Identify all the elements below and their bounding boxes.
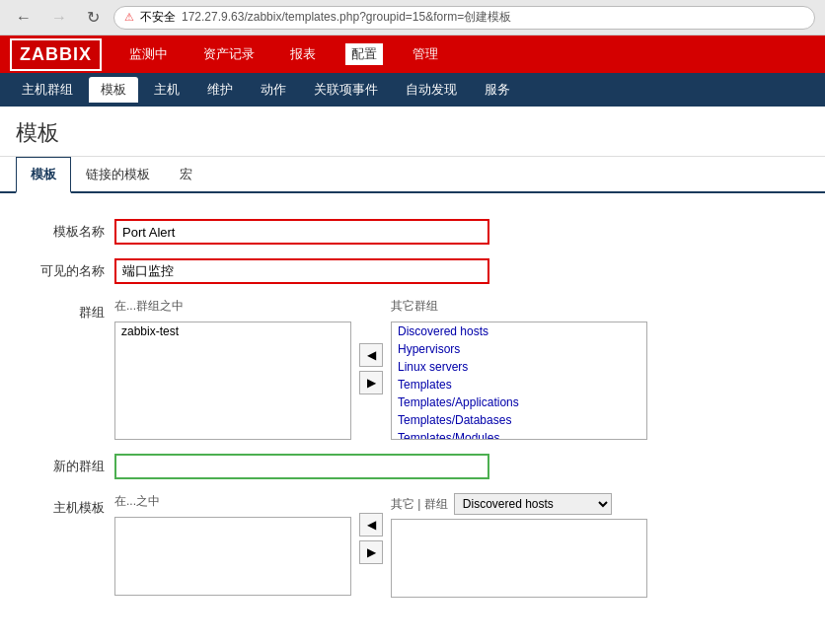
nav-maintenance[interactable]: 维护 xyxy=(195,77,245,103)
move-right-button[interactable]: ▶ xyxy=(359,371,383,394)
visible-name-row: 可见的名称 xyxy=(16,258,809,284)
host-templates-in-listbox[interactable] xyxy=(114,517,351,596)
groups-other-sublabel: 其它群组 xyxy=(391,298,647,315)
nav-admin[interactable]: 管理 xyxy=(405,41,446,67)
forward-button[interactable]: → xyxy=(45,7,73,29)
browser-chrome: ← → ↻ ⚠ 不安全 172.27.9.63/zabbix/templates… xyxy=(0,0,825,36)
groups-content: 在...群组之中 zabbix-test ◀ ▶ 其它群组 Discovered… xyxy=(114,298,809,440)
nav-hosts[interactable]: 主机 xyxy=(142,77,191,103)
nav-discovery[interactable]: 自动发现 xyxy=(394,77,469,103)
page-title: 模板 xyxy=(0,107,825,157)
template-name-input[interactable] xyxy=(114,219,489,245)
list-item[interactable]: Discovered hosts xyxy=(392,322,646,340)
host-templates-label: 主机模板 xyxy=(16,493,105,517)
host-templates-content: 在...之中 ◀ ▶ 其它 | 群组 Discovered hosts Hype… xyxy=(114,493,809,598)
other-groups-listbox[interactable]: Discovered hosts Hypervisors Linux serve… xyxy=(391,322,647,440)
tab-macros[interactable]: 宏 xyxy=(165,157,207,193)
list-item[interactable]: Templates/Applications xyxy=(392,394,646,411)
ht-in-sublabel: 在...之中 xyxy=(114,493,351,510)
groups-in-listbox[interactable]: zabbix-test xyxy=(114,322,351,440)
host-templates-other-container: 其它 | 群组 Discovered hosts Hypervisors Lin… xyxy=(391,493,647,598)
nav-config[interactable]: 配置 xyxy=(343,41,385,67)
list-item[interactable]: zabbix-test xyxy=(115,322,350,340)
new-group-input[interactable] xyxy=(114,454,489,479)
lock-icon: ⚠ xyxy=(124,11,134,24)
ht-arrow-buttons: ◀ ▶ xyxy=(359,513,383,564)
ht-group-select[interactable]: Discovered hosts Hypervisors Linux serve… xyxy=(454,493,612,515)
url-text: 不安全 xyxy=(140,9,176,26)
back-button[interactable]: ← xyxy=(10,7,38,29)
nav-templates[interactable]: 模板 xyxy=(89,77,138,103)
ht-right-header: 其它 | 群组 Discovered hosts Hypervisors Lin… xyxy=(391,493,647,515)
visible-name-label: 可见的名称 xyxy=(16,258,105,280)
move-left-button[interactable]: ◀ xyxy=(359,343,383,367)
nav-assets[interactable]: 资产记录 xyxy=(195,41,262,67)
list-item[interactable]: Linux servers xyxy=(392,358,646,376)
template-name-label: 模板名称 xyxy=(16,219,105,241)
nav-actions[interactable]: 动作 xyxy=(249,77,298,103)
top-nav: ZABBIX 监测中 资产记录 报表 配置 管理 xyxy=(0,36,825,73)
new-group-row: 新的群组 xyxy=(16,454,809,479)
tab-template[interactable]: 模板 xyxy=(16,157,71,193)
host-templates-row: 主机模板 在...之中 ◀ ▶ 其它 | 群组 Disc xyxy=(16,493,809,598)
host-templates-in-container: 在...之中 xyxy=(114,493,351,596)
list-item[interactable]: Templates/Modules xyxy=(392,429,646,440)
nav-hostgroups[interactable]: 主机群组 xyxy=(10,77,85,103)
nav-services[interactable]: 服务 xyxy=(473,77,522,103)
groups-in-sublabel: 在...群组之中 xyxy=(114,298,351,315)
groups-other-container: 其它群组 Discovered hosts Hypervisors Linux … xyxy=(391,298,647,440)
group-label: 群组 xyxy=(16,298,105,322)
nav-monitor[interactable]: 监测中 xyxy=(121,41,176,67)
nav-reports[interactable]: 报表 xyxy=(282,41,324,67)
host-templates-other-listbox[interactable] xyxy=(391,519,647,598)
groups-in-container: 在...群组之中 zabbix-test xyxy=(114,298,351,440)
nav-correlations[interactable]: 关联项事件 xyxy=(302,77,390,103)
visible-name-input[interactable] xyxy=(114,258,489,284)
form-body: 模板名称 可见的名称 群组 在...群组之中 zabbix-test xyxy=(0,209,825,621)
tab-linked-templates[interactable]: 链接的模板 xyxy=(71,157,165,193)
tab-bar: 模板 链接的模板 宏 xyxy=(0,157,825,193)
groups-section: 群组 在...群组之中 zabbix-test ◀ ▶ 其它群组 xyxy=(16,298,809,440)
list-item[interactable]: Templates/Databases xyxy=(392,411,646,429)
page-container: 模板 模板 链接的模板 宏 模板名称 可见的名称 群组 在...群组之中 z xyxy=(0,107,825,644)
ht-other-sublabel: 其它 | 群组 xyxy=(391,496,448,513)
template-name-row: 模板名称 xyxy=(16,219,809,245)
ht-move-left-button[interactable]: ◀ xyxy=(359,513,383,537)
address-bar[interactable]: ⚠ 不安全 172.27.9.63/zabbix/templates.php?g… xyxy=(113,6,815,30)
ht-move-right-button[interactable]: ▶ xyxy=(359,540,383,564)
list-item[interactable]: Hypervisors xyxy=(392,340,646,358)
new-group-label: 新的群组 xyxy=(16,458,105,475)
reload-button[interactable]: ↻ xyxy=(81,6,106,29)
arrow-buttons: ◀ ▶ xyxy=(359,343,383,394)
logo: ZABBIX xyxy=(10,38,102,71)
url-value: 172.27.9.63/zabbix/templates.php?groupid… xyxy=(182,9,511,26)
second-nav: 主机群组 模板 主机 维护 动作 关联项事件 自动发现 服务 xyxy=(0,73,825,107)
list-item[interactable]: Templates xyxy=(392,376,646,394)
